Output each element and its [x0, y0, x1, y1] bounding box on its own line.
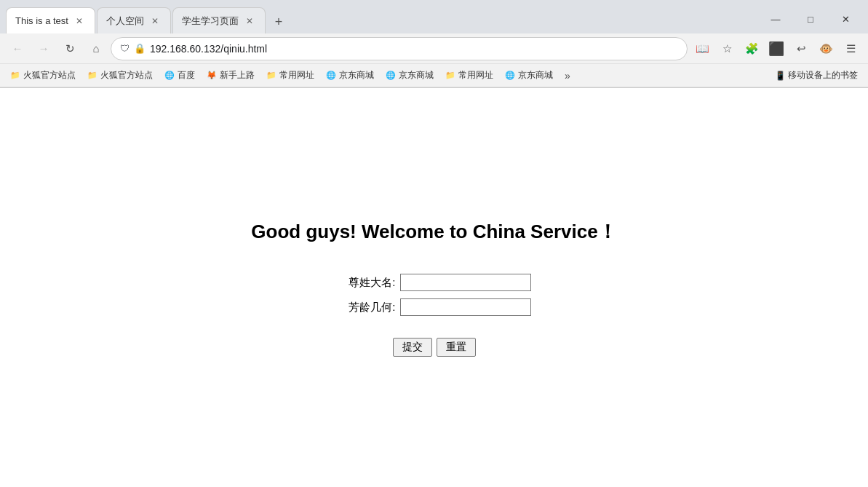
- bookmark-label-7: 京东商城: [399, 69, 434, 82]
- folder-icon-3: 📁: [266, 71, 276, 80]
- account-button[interactable]: 🐵: [814, 37, 837, 60]
- form-buttons: 提交 重置: [338, 338, 531, 357]
- name-input[interactable]: [400, 274, 531, 291]
- tab-student-page[interactable]: 学生学习页面 ✕: [172, 7, 266, 33]
- close-button[interactable]: ✕: [829, 7, 862, 31]
- folder-icon-4: 📁: [445, 71, 455, 80]
- tab-title-1: This is a test: [15, 15, 68, 26]
- mobile-bookmarks-label: 移动设备上的书签: [788, 69, 858, 82]
- address-url-text: 192.168.60.132/qiniu.html: [150, 43, 267, 55]
- globe-icon-jd1: 🌐: [326, 71, 336, 80]
- globe-icon-baidu: 🌐: [164, 71, 175, 80]
- new-tab-button[interactable]: +: [267, 10, 290, 33]
- refresh-button[interactable]: ↻: [58, 37, 81, 60]
- undo-button[interactable]: ↩: [789, 37, 813, 60]
- reset-button[interactable]: 重置: [437, 338, 476, 357]
- home-button[interactable]: ⌂: [84, 37, 108, 60]
- maximize-button[interactable]: □: [794, 7, 827, 31]
- globe-icon-jd3: 🌐: [505, 71, 515, 80]
- lock-icon: 🔒: [134, 43, 146, 54]
- submit-button[interactable]: 提交: [393, 338, 432, 357]
- bookmark-label-1: 火狐官方站点: [23, 69, 76, 82]
- tab-close-3[interactable]: ✕: [243, 15, 256, 28]
- folder-icon-2: 📁: [87, 71, 97, 80]
- bookmark-label-9: 京东商城: [518, 69, 553, 82]
- folder-icon: 📁: [10, 71, 20, 80]
- form-container: 尊姓大名: 芳龄几何: 提交 重置: [338, 274, 531, 357]
- bookmark-label-5: 常用网址: [279, 69, 314, 82]
- bookmark-label-2: 火狐官方站点: [100, 69, 153, 82]
- navigation-bar: ← → ↻ ⌂ 🛡 🔒 192.168.60.132/qiniu.html 📖 …: [0, 33, 868, 64]
- age-row: 芳龄几何:: [338, 298, 531, 316]
- tab-close-1[interactable]: ✕: [73, 15, 86, 28]
- menu-button[interactable]: ☰: [839, 37, 862, 60]
- reader-mode-button[interactable]: 📖: [690, 37, 714, 60]
- page-content: Good guys! Welcome to China Service！ 尊姓大…: [0, 88, 868, 487]
- tab-bar: This is a test ✕ 个人空间 ✕ 学生学习页面 ✕ + — □ ✕: [0, 0, 868, 33]
- bookmarks-bar: 📁 火狐官方站点 📁 火狐官方站点 🌐 百度 🦊 新手上路 📁 常用网址 🌐 京…: [0, 64, 868, 87]
- tab-title-2: 个人空间: [106, 15, 144, 28]
- bookmark-label-8: 常用网址: [458, 69, 493, 82]
- bookmark-common-url-2[interactable]: 📁 常用网址: [441, 68, 498, 83]
- bookmark-newbie[interactable]: 🦊 新手上路: [202, 68, 259, 83]
- bookmark-star-button[interactable]: ☆: [715, 37, 738, 60]
- forward-button[interactable]: →: [32, 37, 55, 60]
- bookmark-jd-2[interactable]: 🌐 京东商城: [381, 68, 438, 83]
- name-row: 尊姓大名:: [338, 274, 531, 291]
- age-label: 芳龄几何:: [338, 301, 396, 314]
- bookmark-jd-3[interactable]: 🌐 京东商城: [501, 68, 557, 83]
- bookmark-firefox-2[interactable]: 📁 火狐官方站点: [83, 68, 157, 83]
- minimize-button[interactable]: —: [759, 7, 792, 31]
- extensions-button[interactable]: 🧩: [740, 37, 763, 60]
- tab-title-3: 学生学习页面: [182, 15, 239, 28]
- bookmark-label-4: 新手上路: [220, 69, 255, 82]
- window-controls: — □ ✕: [759, 7, 862, 33]
- globe-icon-jd2: 🌐: [386, 71, 396, 80]
- bookmarks-overflow-button[interactable]: »: [560, 68, 575, 83]
- tab-this-is-a-test[interactable]: This is a test ✕: [6, 7, 95, 33]
- nav-right-icons: 📖 ☆ 🧩 ⬛ ↩ 🐵 ☰: [690, 37, 862, 60]
- security-shield-icon: 🛡: [120, 43, 130, 54]
- bookmark-common-url-1[interactable]: 📁 常用网址: [262, 68, 319, 83]
- mobile-icon: 📱: [775, 71, 786, 81]
- bookmark-jd-1[interactable]: 🌐 京东商城: [322, 68, 378, 83]
- mobile-bookmarks-item[interactable]: 📱 移动设备上的书签: [771, 68, 862, 83]
- bookmark-label-6: 京东商城: [339, 69, 374, 82]
- back-button[interactable]: ←: [6, 37, 29, 60]
- page-title: Good guys! Welcome to China Service！: [251, 219, 616, 245]
- tab-close-2[interactable]: ✕: [148, 15, 162, 28]
- pocket-button[interactable]: ⬛: [765, 37, 788, 60]
- bookmark-firefox-1[interactable]: 📁 火狐官方站点: [6, 68, 80, 83]
- tab-personal-space[interactable]: 个人空间 ✕: [97, 7, 171, 33]
- browser-chrome: This is a test ✕ 个人空间 ✕ 学生学习页面 ✕ + — □ ✕…: [0, 0, 868, 88]
- bookmark-label-3: 百度: [178, 69, 195, 82]
- firefox-icon: 🦊: [207, 71, 217, 80]
- age-input[interactable]: [400, 298, 531, 316]
- address-bar[interactable]: 🛡 🔒 192.168.60.132/qiniu.html: [111, 37, 688, 60]
- name-label: 尊姓大名:: [338, 276, 396, 290]
- bookmark-baidu[interactable]: 🌐 百度: [160, 68, 199, 83]
